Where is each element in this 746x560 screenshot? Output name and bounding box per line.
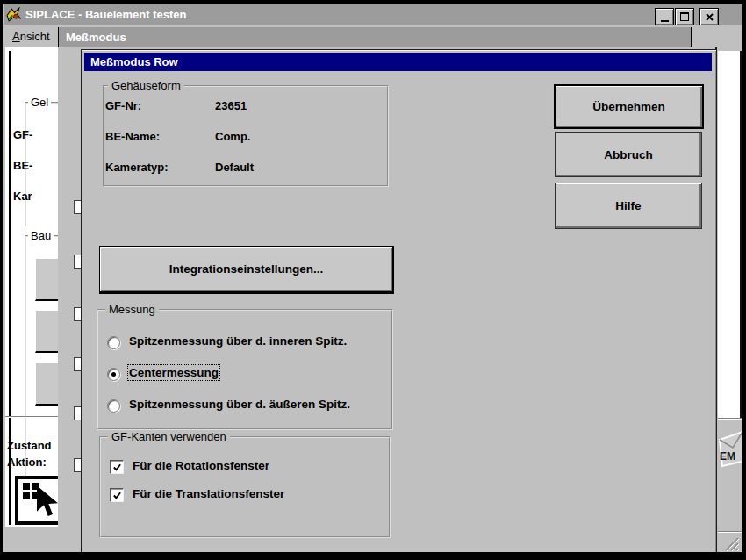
check-icon bbox=[112, 463, 122, 472]
main-window-title: SIPLACE - Bauelement testen bbox=[25, 4, 187, 25]
status-zustand-label: Zustand bbox=[7, 439, 52, 452]
bg-group-gehaeuseform-label: Gel bbox=[28, 96, 51, 109]
maximize-button[interactable] bbox=[675, 8, 694, 25]
grip-separator bbox=[718, 531, 742, 533]
field-gf-nr-value: 23651 bbox=[215, 99, 247, 112]
radio-icon-inneren[interactable] bbox=[107, 336, 120, 349]
checkbox-icon-translationsfenster[interactable] bbox=[110, 488, 124, 502]
dialog-messmodus-row: Meßmodus Row Gehäuseform GF-Nr: 23651 BE… bbox=[81, 49, 717, 556]
app-logo-icon bbox=[6, 7, 21, 22]
group-gf-kanten-label: GF-Kanten verwenden bbox=[108, 430, 230, 443]
pointer-tool-icon[interactable] bbox=[15, 476, 58, 525]
screenshot-border-left bbox=[0, 0, 3, 560]
messmodus-window-titlebar[interactable]: Meßmodus bbox=[58, 27, 692, 47]
screenshot-border-right bbox=[742, 0, 746, 560]
uebernehmen-button-label: Übernehmen bbox=[592, 100, 665, 113]
radio-icon-centermessung[interactable] bbox=[107, 368, 120, 381]
integrationseinstellungen-button[interactable]: Integrationseinstellungen... bbox=[99, 246, 394, 294]
group-gehaeuseform-label: Gehäuseform bbox=[108, 79, 184, 92]
status-aktion-label: Aktion: bbox=[7, 456, 47, 469]
field-gf-nr-label: GF-Nr: bbox=[105, 99, 141, 112]
bg-group-bauelement-label: Bau bbox=[28, 229, 54, 242]
close-button[interactable] bbox=[699, 8, 719, 25]
check-icon bbox=[112, 491, 122, 500]
integrationseinstellungen-button-label: Integrationseinstellungen... bbox=[169, 262, 324, 276]
radio-label-centermessung: Centermessung bbox=[129, 366, 219, 379]
client-frame-line bbox=[9, 51, 11, 525]
radio-icon-aeusseren[interactable] bbox=[107, 399, 120, 413]
arrow-cursor-icon bbox=[32, 485, 58, 520]
abbruch-button-label: Abbruch bbox=[604, 148, 653, 162]
bg-label-kamera: Kar bbox=[13, 190, 32, 203]
checkbox-icon-rotationsfenster[interactable] bbox=[110, 460, 124, 474]
messmodus-window-title: Meßmodus bbox=[66, 27, 126, 47]
grid-square bbox=[23, 483, 30, 490]
minimize-icon bbox=[661, 20, 669, 22]
group-messung-label: Messung bbox=[105, 303, 159, 316]
main-window-titlebar[interactable]: SIPLACE - Bauelement testen bbox=[4, 4, 742, 25]
abbruch-button[interactable]: Abbruch bbox=[555, 132, 702, 177]
menu-item-ansicht[interactable]: Ansicht bbox=[7, 28, 55, 45]
field-be-name-label: BE-Name: bbox=[105, 130, 160, 143]
screenshot-border-top bbox=[0, 0, 746, 4]
bg-partial-button[interactable] bbox=[35, 363, 58, 406]
checkbox-label-translationsfenster: Für die Translationsfenster bbox=[133, 487, 284, 500]
radio-label-aeusseren: Spitzenmessung über d. äußeren Spitz. bbox=[129, 398, 350, 411]
uebernehmen-button[interactable]: Übernehmen bbox=[554, 84, 704, 129]
screenshot-root: { "colors": { "active_titlebar": "#00008… bbox=[0, 0, 746, 560]
close-icon bbox=[706, 13, 714, 21]
bg-label-be: BE- bbox=[13, 159, 32, 172]
hilfe-button[interactable]: Hilfe bbox=[555, 183, 702, 229]
background-client-right bbox=[718, 51, 740, 418]
logo-fragment-text: EM bbox=[720, 450, 735, 463]
grid-square bbox=[23, 492, 30, 499]
bg-partial-button[interactable] bbox=[35, 258, 58, 301]
background-client-left: Gel GF- BE- Kar Bau Zustand Aktion: bbox=[5, 47, 58, 527]
bg-label-gf: GF- bbox=[13, 128, 32, 141]
radio-label-inneren: Spitzenmessung über d. inneren Spitz. bbox=[129, 334, 347, 348]
field-kameratyp-label: Kameratyp: bbox=[105, 161, 169, 174]
minimize-button[interactable] bbox=[655, 8, 674, 25]
bg-partial-button[interactable] bbox=[35, 310, 58, 353]
field-be-name-value: Comp. bbox=[215, 130, 250, 143]
resize-grip[interactable] bbox=[721, 535, 741, 552]
dialog-titlebar[interactable]: Meßmodus Row bbox=[84, 53, 712, 71]
hilfe-button-label: Hilfe bbox=[615, 199, 641, 212]
checkbox-label-rotationsfenster: Für die Rotationsfenster bbox=[133, 459, 269, 472]
screenshot-border-bottom bbox=[0, 552, 746, 560]
dialog-title: Meßmodus Row bbox=[84, 55, 178, 68]
status-separator bbox=[5, 416, 58, 418]
maximize-icon bbox=[680, 12, 689, 21]
field-kameratyp-value: Default bbox=[215, 161, 254, 174]
right-separator bbox=[718, 418, 742, 420]
